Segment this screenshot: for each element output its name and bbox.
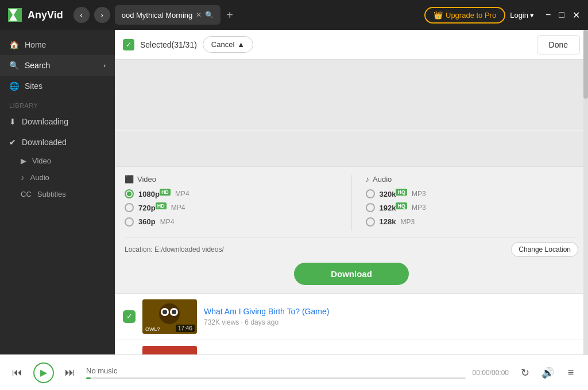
video-item-3: [115, 131, 588, 166]
maximize-button[interactable]: □: [556, 10, 567, 21]
player-controls-right: ↻ 🔊 ≡: [516, 364, 580, 382]
radio-720p[interactable]: [125, 203, 134, 212]
thumb-fries: 14:58: [142, 346, 197, 354]
upgrade-button[interactable]: 👑 Upgrade to Pro: [424, 7, 505, 24]
radio-128k[interactable]: [366, 217, 375, 227]
video-item-owl: ✓ OWL? 17:46 What Am I Giving: [115, 294, 588, 340]
new-tab-button[interactable]: +: [223, 9, 237, 22]
library-label: Library: [0, 96, 115, 111]
sidebar-item-downloading[interactable]: ⬇ Downloading: [0, 111, 115, 132]
player-bar: ⏮ ▶ ⏭ No music 00:00/00:00 ↻ 🔊 ≡: [0, 354, 588, 390]
video-info-owl: What Am I Giving Birth To? (Game) 732K v…: [204, 307, 580, 326]
svg-point-6: [163, 310, 167, 314]
volume-button[interactable]: 🔊: [539, 364, 557, 382]
location-row: Location: E:/downloaded videos/ Change L…: [125, 237, 578, 257]
radio-1080p[interactable]: [125, 189, 134, 198]
app-name: AnyVid: [28, 9, 63, 21]
tab-title: ood Mythical Morning: [122, 11, 193, 20]
action-bar: ✓ Selected(31/31) Cancel ▲ Done: [115, 30, 588, 60]
duration-owl: 17:46: [176, 325, 195, 332]
download-panel: ⬛ Video 1080pHD MP4 720pHD MP4: [115, 166, 588, 294]
chevron-down-icon: ▾: [530, 11, 534, 20]
quality-192k[interactable]: 192kHQ MP3: [366, 203, 579, 212]
sidebar-item-search[interactable]: 🔍 Search ›: [0, 55, 115, 76]
logo-icon: [6, 6, 24, 24]
video-item-1: [115, 60, 588, 95]
sites-icon: 🌐: [9, 81, 19, 91]
done-button[interactable]: Done: [537, 35, 580, 54]
tab-close-icon[interactable]: ✕: [196, 11, 202, 19]
thumb-owl: OWL? 17:46: [142, 299, 197, 334]
progress-fill: [86, 377, 91, 379]
video-format-icon: ⬛: [125, 175, 134, 184]
video-title-owl[interactable]: What Am I Giving Birth To? (Game): [204, 307, 580, 316]
quality-128k[interactable]: 128k MP3: [366, 217, 579, 227]
repeat-button[interactable]: ↻: [516, 364, 534, 382]
login-button[interactable]: Login ▾: [510, 11, 534, 20]
video-icon: ▶: [21, 157, 26, 165]
radio-360p[interactable]: [125, 217, 134, 227]
download-icon: ⬇: [9, 117, 16, 126]
svg-text:OWL?: OWL?: [145, 326, 160, 332]
quality-360p[interactable]: 360p MP4: [125, 217, 338, 227]
close-button[interactable]: ✕: [570, 10, 582, 21]
title-bar: AnyVid ‹ › ood Mythical Morning ✕ 🔍 + 👑 …: [0, 0, 588, 30]
checkbox-owl[interactable]: ✓: [123, 310, 136, 323]
scrollbar-thumb[interactable]: [583, 30, 588, 99]
chevron-up-icon: ▲: [237, 40, 245, 49]
sidebar-item-video[interactable]: ▶ Video: [0, 153, 115, 169]
video-section-title: ⬛ Video: [125, 175, 338, 184]
quality-720p[interactable]: 720pHD MP4: [125, 203, 338, 212]
scrollbar-track: [583, 30, 588, 354]
tab-bar: ood Mythical Morning ✕ 🔍 +: [115, 5, 420, 25]
crown-icon: 👑: [434, 11, 443, 20]
change-location-button[interactable]: Change Location: [511, 242, 578, 257]
video-item-2: [115, 95, 588, 131]
video-title-fries[interactable]: Who Has The Best French Fries Sauce? (Ta…: [204, 353, 580, 354]
arrow-icon: ›: [103, 62, 106, 69]
playlist-button[interactable]: ≡: [562, 364, 580, 382]
subtitles-icon: CC: [21, 190, 32, 198]
sidebar-item-home[interactable]: 🏠 Home: [0, 34, 115, 55]
selected-badge: ✓: [123, 39, 134, 50]
video-options-col: ⬛ Video 1080pHD MP4 720pHD MP4: [125, 175, 338, 231]
sidebar-item-sites[interactable]: 🌐 Sites: [0, 76, 115, 96]
video-info-fries: Who Has The Best French Fries Sauce? (Ta…: [204, 353, 580, 354]
progress-area: No music: [86, 366, 466, 379]
play-button[interactable]: ▶: [33, 362, 54, 383]
back-button[interactable]: ‹: [74, 7, 90, 23]
no-music-label: No music: [86, 366, 466, 375]
active-tab[interactable]: ood Mythical Morning ✕ 🔍: [115, 5, 221, 25]
thumb-img-fries: [142, 346, 197, 354]
time-display: 00:00/00:00: [473, 369, 509, 377]
quality-1080p[interactable]: 1080pHD MP4: [125, 189, 338, 198]
quality-320k[interactable]: 320kHQ MP3: [366, 189, 579, 198]
format-options-row: ⬛ Video 1080pHD MP4 720pHD MP4: [125, 175, 578, 231]
skip-back-button[interactable]: ⏮: [8, 364, 26, 382]
sidebar-item-downloaded[interactable]: ✔ Downloaded: [0, 132, 115, 153]
home-icon: 🏠: [9, 40, 19, 49]
svg-point-7: [172, 310, 176, 314]
audio-format-icon: ♪: [366, 175, 370, 184]
sidebar-item-subtitles[interactable]: CC Subtitles: [0, 186, 115, 202]
main-area: 🏠 Home 🔍 Search › 🌐 Sites Library ⬇ Down…: [0, 30, 588, 354]
audio-section-title: ♪ Audio: [366, 175, 579, 184]
radio-320k[interactable]: [366, 189, 375, 198]
sidebar-item-audio[interactable]: ♪ Audio: [0, 169, 115, 186]
progress-bar[interactable]: [86, 377, 466, 379]
radio-192k[interactable]: [366, 203, 375, 212]
content-area: ✓ Selected(31/31) Cancel ▲ Done ⬛: [115, 30, 588, 354]
location-text: Location: E:/downloaded videos/: [125, 245, 224, 253]
audio-icon: ♪: [21, 173, 25, 182]
cancel-button[interactable]: Cancel ▲: [203, 36, 253, 53]
download-button[interactable]: Download: [294, 263, 409, 285]
forward-button[interactable]: ›: [94, 7, 110, 23]
minimize-button[interactable]: −: [543, 10, 553, 21]
video-list: ⬛ Video 1080pHD MP4 720pHD MP4: [115, 60, 588, 354]
skip-forward-button[interactable]: ⏭: [61, 364, 79, 382]
panel-divider: [351, 175, 352, 231]
video-item-fries: ✓ 14:58 Who Has The Best French Fries Sa…: [115, 340, 588, 354]
video-meta-owl: 732K views · 6 days ago: [204, 318, 580, 326]
tab-search-icon: 🔍: [205, 11, 214, 19]
search-icon: 🔍: [9, 61, 19, 70]
